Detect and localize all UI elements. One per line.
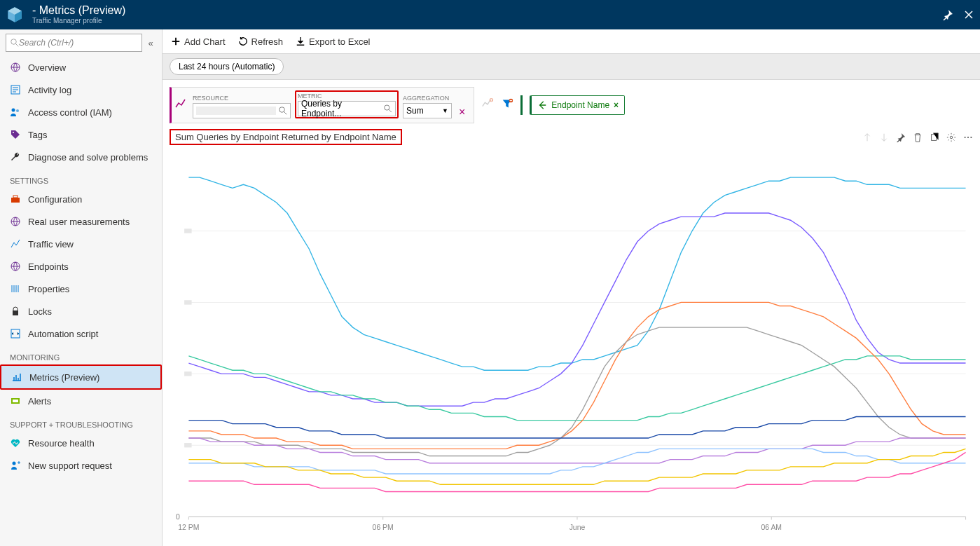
health-icon: [10, 437, 21, 449]
page-subtitle: Traffic Manager profile: [32, 18, 125, 25]
resource-selector[interactable]: [193, 103, 291, 118]
svg-point-15: [385, 105, 389, 110]
svg-point-5: [13, 132, 14, 133]
toolbox-icon: [10, 193, 21, 205]
script-icon: [10, 328, 21, 339]
iam-icon: [10, 107, 21, 118]
settings-icon[interactable]: [946, 132, 956, 142]
sidebar-item-locks[interactable]: Locks: [0, 300, 162, 322]
alerts-icon: [10, 395, 21, 407]
remove-split-button[interactable]: ×: [614, 100, 619, 110]
sidebar-item-label: Tags: [28, 130, 47, 140]
svg-text:0: 0: [176, 512, 180, 521]
svg-rect-6: [11, 198, 20, 203]
svg-point-4: [16, 109, 19, 112]
sidebar-item-alerts[interactable]: Alerts: [0, 390, 162, 412]
sidebar-item-endpoints[interactable]: Endpoints: [0, 255, 162, 278]
wrench-icon: [10, 151, 21, 163]
svg-rect-7: [13, 196, 18, 198]
split-by-chip[interactable]: Endpoint Name ×: [530, 95, 625, 115]
search-icon: [279, 107, 287, 115]
sidebar-item-tags[interactable]: Tags: [0, 123, 162, 146]
tags-icon: [10, 129, 21, 140]
sidebar-header: SUPPORT + TROUBLESHOOTING: [0, 412, 162, 432]
svg-rect-28: [184, 300, 191, 304]
svg-rect-24: [184, 443, 191, 447]
clone-chart-icon[interactable]: [930, 132, 939, 142]
more-icon[interactable]: [963, 132, 973, 142]
svg-point-3: [12, 109, 15, 112]
arrow-up-icon[interactable]: [862, 132, 872, 142]
remove-metric-button[interactable]: ×: [456, 106, 468, 118]
sidebar-item-resource-health[interactable]: Resource health: [0, 432, 162, 454]
svg-point-13: [13, 462, 16, 465]
sidebar-item-properties[interactable]: Properties: [0, 278, 162, 300]
time-range-selector[interactable]: Last 24 hours (Automatic): [170, 58, 284, 75]
aggregation-label: AGGREGATION: [403, 95, 452, 102]
svg-point-0: [11, 39, 17, 45]
globe-icon: [10, 216, 21, 227]
globe-icon: [10, 261, 21, 272]
sidebar-item-label: Metrics (Preview): [29, 372, 99, 383]
svg-point-14: [279, 107, 285, 113]
sidebar-item-label: Traffic view: [28, 239, 74, 250]
svg-rect-10: [13, 310, 18, 315]
log-icon: [10, 84, 21, 95]
sidebar-item-label: Endpoints: [28, 261, 69, 272]
svg-point-21: [967, 136, 969, 137]
aggregation-selector[interactable]: Sum ▼: [403, 103, 452, 118]
add-metric-button[interactable]: [481, 97, 494, 113]
props-icon: [10, 283, 21, 294]
sidebar-item-label: Activity log: [28, 85, 71, 95]
sidebar-item-diagnose-and-solve-problems[interactable]: Diagnose and solve problems: [0, 146, 162, 168]
svg-text:June: June: [570, 523, 586, 531]
search-input[interactable]: Search (Ctrl+/): [6, 34, 142, 52]
chart-toolbar: Add Chart Refresh Export to Excel: [163, 29, 980, 53]
svg-rect-26: [184, 371, 191, 376]
chart-area[interactable]: 012 PM06 PMJune06 AM: [167, 152, 973, 539]
sidebar-item-metrics-preview-[interactable]: Metrics (Preview): [0, 364, 162, 390]
export-button[interactable]: Export to Excel: [296, 36, 370, 47]
add-filter-button[interactable]: [501, 97, 513, 113]
collapse-sidebar-button[interactable]: «: [145, 38, 156, 48]
sidebar-item-real-user-measurements[interactable]: Real user measurements: [0, 210, 162, 233]
add-chart-button[interactable]: Add Chart: [171, 36, 226, 47]
svg-text:06 PM: 06 PM: [373, 523, 394, 531]
time-range-bar: Last 24 hours (Automatic): [163, 53, 980, 80]
sidebar-item-label: Automation script: [28, 329, 98, 339]
delete-chart-icon[interactable]: [913, 132, 923, 142]
pin-icon[interactable]: [942, 9, 953, 20]
svg-rect-30: [184, 228, 191, 233]
svg-point-22: [970, 136, 972, 137]
support-icon: [10, 460, 21, 471]
lock-icon: [10, 306, 21, 317]
search-icon: [384, 104, 392, 113]
resource-label: RESOURCE: [193, 95, 291, 102]
metric-selector[interactable]: Queries by Endpoint...: [298, 101, 396, 116]
sidebar-item-label: Diagnose and solve problems: [28, 152, 148, 163]
sidebar-item-automation-script[interactable]: Automation script: [0, 322, 162, 345]
sidebar-item-configuration[interactable]: Configuration: [0, 188, 162, 210]
split-icon: [537, 100, 547, 110]
arrow-down-icon[interactable]: [879, 132, 889, 142]
sidebar-item-access-control-iam-[interactable]: Access control (IAM): [0, 101, 162, 123]
sidebar-item-new-support-request[interactable]: New support request: [0, 454, 162, 477]
svg-point-19: [950, 136, 953, 139]
svg-text:06 AM: 06 AM: [761, 523, 782, 531]
sidebar-item-label: Real user measurements: [28, 217, 130, 227]
svg-text:12 PM: 12 PM: [178, 523, 199, 531]
line-chart-icon[interactable]: [174, 97, 188, 111]
sidebar-item-traffic-view[interactable]: Traffic view: [0, 233, 162, 255]
sidebar-item-label: Configuration: [28, 194, 82, 205]
sidebar-item-label: Alerts: [28, 396, 51, 407]
sidebar-item-overview[interactable]: Overview: [0, 56, 162, 79]
pin-chart-icon[interactable]: [896, 132, 906, 142]
sidebar-header: SETTINGS: [0, 168, 162, 188]
sidebar-item-activity-log[interactable]: Activity log: [0, 79, 162, 101]
metric-query-bar: RESOURCE METRIC Queries by Endpoint... A…: [163, 80, 980, 126]
sidebar: Search (Ctrl+/) « OverviewActivity logAc…: [0, 29, 163, 546]
sidebar-item-label: Properties: [28, 284, 69, 294]
close-icon[interactable]: [963, 9, 974, 20]
search-icon: [11, 39, 19, 47]
refresh-button[interactable]: Refresh: [238, 36, 284, 47]
